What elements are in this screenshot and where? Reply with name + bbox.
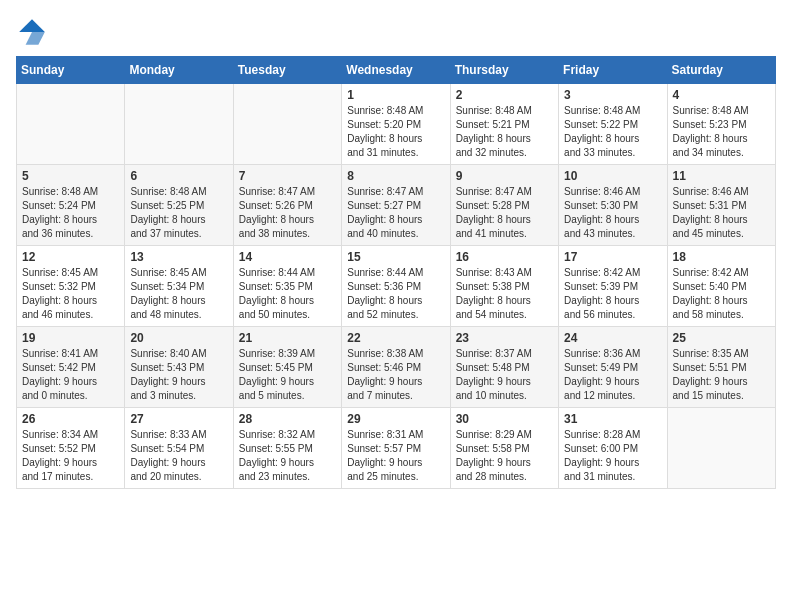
weekday-header-row: SundayMondayTuesdayWednesdayThursdayFrid… [17, 57, 776, 84]
day-number: 24 [564, 331, 661, 345]
day-number: 15 [347, 250, 444, 264]
day-cell: 14Sunrise: 8:44 AM Sunset: 5:35 PM Dayli… [233, 246, 341, 327]
day-cell: 29Sunrise: 8:31 AM Sunset: 5:57 PM Dayli… [342, 408, 450, 489]
day-info: Sunrise: 8:28 AM Sunset: 6:00 PM Dayligh… [564, 428, 661, 484]
week-row-1: 1Sunrise: 8:48 AM Sunset: 5:20 PM Daylig… [17, 84, 776, 165]
day-number: 18 [673, 250, 770, 264]
day-cell: 24Sunrise: 8:36 AM Sunset: 5:49 PM Dayli… [559, 327, 667, 408]
day-cell: 13Sunrise: 8:45 AM Sunset: 5:34 PM Dayli… [125, 246, 233, 327]
day-number: 7 [239, 169, 336, 183]
day-number: 14 [239, 250, 336, 264]
day-info: Sunrise: 8:40 AM Sunset: 5:43 PM Dayligh… [130, 347, 227, 403]
logo [16, 16, 52, 48]
day-number: 30 [456, 412, 553, 426]
week-row-4: 19Sunrise: 8:41 AM Sunset: 5:42 PM Dayli… [17, 327, 776, 408]
day-cell: 21Sunrise: 8:39 AM Sunset: 5:45 PM Dayli… [233, 327, 341, 408]
day-cell: 25Sunrise: 8:35 AM Sunset: 5:51 PM Dayli… [667, 327, 775, 408]
day-info: Sunrise: 8:38 AM Sunset: 5:46 PM Dayligh… [347, 347, 444, 403]
logo-icon [16, 16, 48, 48]
day-info: Sunrise: 8:41 AM Sunset: 5:42 PM Dayligh… [22, 347, 119, 403]
day-cell: 4Sunrise: 8:48 AM Sunset: 5:23 PM Daylig… [667, 84, 775, 165]
day-cell: 31Sunrise: 8:28 AM Sunset: 6:00 PM Dayli… [559, 408, 667, 489]
week-row-3: 12Sunrise: 8:45 AM Sunset: 5:32 PM Dayli… [17, 246, 776, 327]
day-info: Sunrise: 8:48 AM Sunset: 5:25 PM Dayligh… [130, 185, 227, 241]
weekday-header-thursday: Thursday [450, 57, 558, 84]
day-number: 19 [22, 331, 119, 345]
day-number: 6 [130, 169, 227, 183]
weekday-header-sunday: Sunday [17, 57, 125, 84]
day-cell: 11Sunrise: 8:46 AM Sunset: 5:31 PM Dayli… [667, 165, 775, 246]
day-number: 1 [347, 88, 444, 102]
day-cell: 18Sunrise: 8:42 AM Sunset: 5:40 PM Dayli… [667, 246, 775, 327]
day-info: Sunrise: 8:39 AM Sunset: 5:45 PM Dayligh… [239, 347, 336, 403]
day-cell [667, 408, 775, 489]
day-number: 22 [347, 331, 444, 345]
day-number: 17 [564, 250, 661, 264]
day-number: 8 [347, 169, 444, 183]
day-info: Sunrise: 8:35 AM Sunset: 5:51 PM Dayligh… [673, 347, 770, 403]
day-info: Sunrise: 8:48 AM Sunset: 5:24 PM Dayligh… [22, 185, 119, 241]
day-number: 20 [130, 331, 227, 345]
svg-marker-1 [26, 32, 45, 45]
day-cell [233, 84, 341, 165]
day-cell: 2Sunrise: 8:48 AM Sunset: 5:21 PM Daylig… [450, 84, 558, 165]
day-cell: 1Sunrise: 8:48 AM Sunset: 5:20 PM Daylig… [342, 84, 450, 165]
day-info: Sunrise: 8:43 AM Sunset: 5:38 PM Dayligh… [456, 266, 553, 322]
day-info: Sunrise: 8:48 AM Sunset: 5:23 PM Dayligh… [673, 104, 770, 160]
day-number: 5 [22, 169, 119, 183]
day-info: Sunrise: 8:42 AM Sunset: 5:39 PM Dayligh… [564, 266, 661, 322]
day-info: Sunrise: 8:46 AM Sunset: 5:31 PM Dayligh… [673, 185, 770, 241]
day-number: 12 [22, 250, 119, 264]
day-cell [125, 84, 233, 165]
svg-marker-0 [19, 19, 45, 32]
day-info: Sunrise: 8:44 AM Sunset: 5:35 PM Dayligh… [239, 266, 336, 322]
week-row-5: 26Sunrise: 8:34 AM Sunset: 5:52 PM Dayli… [17, 408, 776, 489]
day-cell: 17Sunrise: 8:42 AM Sunset: 5:39 PM Dayli… [559, 246, 667, 327]
day-cell: 8Sunrise: 8:47 AM Sunset: 5:27 PM Daylig… [342, 165, 450, 246]
day-number: 21 [239, 331, 336, 345]
weekday-header-saturday: Saturday [667, 57, 775, 84]
day-cell: 7Sunrise: 8:47 AM Sunset: 5:26 PM Daylig… [233, 165, 341, 246]
day-cell: 26Sunrise: 8:34 AM Sunset: 5:52 PM Dayli… [17, 408, 125, 489]
day-info: Sunrise: 8:29 AM Sunset: 5:58 PM Dayligh… [456, 428, 553, 484]
day-cell: 12Sunrise: 8:45 AM Sunset: 5:32 PM Dayli… [17, 246, 125, 327]
day-info: Sunrise: 8:47 AM Sunset: 5:26 PM Dayligh… [239, 185, 336, 241]
calendar-table: SundayMondayTuesdayWednesdayThursdayFrid… [16, 56, 776, 489]
day-info: Sunrise: 8:34 AM Sunset: 5:52 PM Dayligh… [22, 428, 119, 484]
page-header [16, 16, 776, 48]
day-number: 13 [130, 250, 227, 264]
day-number: 3 [564, 88, 661, 102]
day-info: Sunrise: 8:32 AM Sunset: 5:55 PM Dayligh… [239, 428, 336, 484]
day-info: Sunrise: 8:36 AM Sunset: 5:49 PM Dayligh… [564, 347, 661, 403]
day-info: Sunrise: 8:37 AM Sunset: 5:48 PM Dayligh… [456, 347, 553, 403]
day-info: Sunrise: 8:46 AM Sunset: 5:30 PM Dayligh… [564, 185, 661, 241]
day-info: Sunrise: 8:47 AM Sunset: 5:28 PM Dayligh… [456, 185, 553, 241]
day-info: Sunrise: 8:33 AM Sunset: 5:54 PM Dayligh… [130, 428, 227, 484]
day-info: Sunrise: 8:48 AM Sunset: 5:21 PM Dayligh… [456, 104, 553, 160]
day-cell: 22Sunrise: 8:38 AM Sunset: 5:46 PM Dayli… [342, 327, 450, 408]
day-number: 28 [239, 412, 336, 426]
weekday-header-tuesday: Tuesday [233, 57, 341, 84]
day-number: 10 [564, 169, 661, 183]
day-number: 26 [22, 412, 119, 426]
day-cell: 3Sunrise: 8:48 AM Sunset: 5:22 PM Daylig… [559, 84, 667, 165]
weekday-header-wednesday: Wednesday [342, 57, 450, 84]
week-row-2: 5Sunrise: 8:48 AM Sunset: 5:24 PM Daylig… [17, 165, 776, 246]
weekday-header-monday: Monday [125, 57, 233, 84]
day-info: Sunrise: 8:44 AM Sunset: 5:36 PM Dayligh… [347, 266, 444, 322]
day-number: 4 [673, 88, 770, 102]
day-cell: 10Sunrise: 8:46 AM Sunset: 5:30 PM Dayli… [559, 165, 667, 246]
day-number: 29 [347, 412, 444, 426]
day-cell: 30Sunrise: 8:29 AM Sunset: 5:58 PM Dayli… [450, 408, 558, 489]
day-cell: 23Sunrise: 8:37 AM Sunset: 5:48 PM Dayli… [450, 327, 558, 408]
day-info: Sunrise: 8:31 AM Sunset: 5:57 PM Dayligh… [347, 428, 444, 484]
day-number: 23 [456, 331, 553, 345]
day-info: Sunrise: 8:48 AM Sunset: 5:22 PM Dayligh… [564, 104, 661, 160]
day-info: Sunrise: 8:42 AM Sunset: 5:40 PM Dayligh… [673, 266, 770, 322]
day-cell [17, 84, 125, 165]
day-cell: 19Sunrise: 8:41 AM Sunset: 5:42 PM Dayli… [17, 327, 125, 408]
day-info: Sunrise: 8:45 AM Sunset: 5:32 PM Dayligh… [22, 266, 119, 322]
day-cell: 6Sunrise: 8:48 AM Sunset: 5:25 PM Daylig… [125, 165, 233, 246]
day-number: 11 [673, 169, 770, 183]
day-number: 27 [130, 412, 227, 426]
